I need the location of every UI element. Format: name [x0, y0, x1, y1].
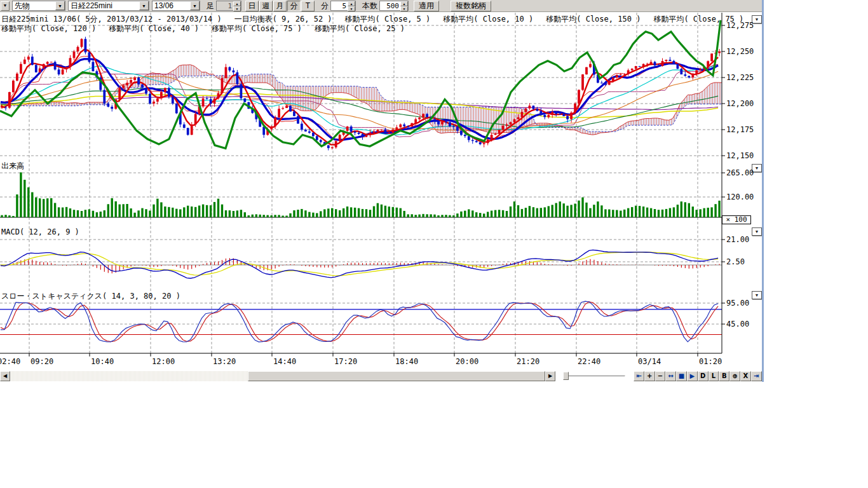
time-tick-label: 21:20 [517, 357, 539, 366]
price-axis-label: 12,175 [726, 125, 754, 134]
collapsed-toolbar-button[interactable]: ▼ [1, 1, 10, 11]
nav-b-button[interactable]: B [719, 371, 729, 381]
nav-zoom-out-button[interactable]: − [655, 371, 666, 381]
spin-up-icon: ▲ [233, 1, 241, 6]
time-axis-labels: 02:4009:2010:4012:0013:2014:4017:2018:40… [0, 356, 722, 366]
chart-nav-buttons: ⇤+−↔■▶DLB⊕X⇥ [634, 371, 762, 381]
time-tick-label: 14:40 [273, 357, 296, 366]
spin-down-icon: ▼ [400, 6, 408, 11]
period-month-button[interactable]: 月 [273, 1, 287, 11]
contract-month-select[interactable]: 13/06 ▼ [152, 1, 200, 11]
time-tick-label: 18:40 [395, 357, 418, 366]
chevron-down-icon: ▼ [55, 1, 65, 10]
horizontal-scrollbar-track[interactable] [10, 371, 545, 381]
bar-count-stepper[interactable]: 500 ▲▼ [379, 1, 409, 11]
chevron-down-icon: ▼ [190, 1, 200, 10]
stochastics-pane-menu-button[interactable]: ▼ [752, 291, 762, 299]
chevron-down-icon: ▼ [755, 17, 759, 22]
volume-pane-title: 出来高 [1, 161, 24, 172]
period-week-button[interactable]: 週 [259, 1, 273, 11]
volume-multiplier-badge: × 100 [722, 215, 751, 224]
apply-button[interactable]: 適用 [414, 1, 439, 11]
spin-up-icon: ▲ [400, 1, 408, 6]
time-tick-label: 12:00 [152, 357, 175, 366]
contract-month-value: 13/06 [153, 1, 175, 10]
nav-zoom-in-button[interactable]: + [644, 371, 655, 381]
instrument-type-value: 先物 [13, 1, 32, 11]
nav-jump-start-button[interactable]: ⇤ [634, 371, 644, 381]
spin-down-icon: ▼ [348, 6, 355, 11]
minute-stepper[interactable]: 5 ▲▼ [330, 1, 356, 11]
chevron-down-icon: ▼ [755, 229, 759, 234]
chart-region: 日経225mini 13/06( 5分, 2013/03/12 - 2013/0… [0, 13, 762, 383]
bar-count-value: 500 [380, 1, 400, 10]
bar-interval-value: 1 [217, 1, 233, 10]
symbol-select[interactable]: 日経225mini ▼ [68, 1, 149, 11]
time-tick-label: 02:40 [0, 357, 20, 366]
price-axis-label: 12,250 [726, 47, 754, 56]
stoch-axis-label: 45.00 [726, 320, 749, 329]
arrow-right-icon: ▶ [548, 373, 552, 379]
nav-l-button[interactable]: L [709, 371, 719, 381]
volume-axis-label: 120.00 [726, 193, 754, 201]
chevron-down-icon: ▼ [755, 166, 759, 170]
indicator-legend: 移動平均( Close, 25 ) [315, 24, 405, 33]
scroll-left-button[interactable]: ◀ [0, 371, 10, 381]
chevron-down-icon: ▼ [3, 3, 8, 8]
time-tick-label: 22:40 [578, 357, 600, 366]
price-axis-label: 12,200 [726, 99, 754, 108]
bar-type-label: 足 [207, 1, 214, 11]
indicator-legend: 日経225mini 13/06( 5分, 2013/03/12 - 2013/0… [1, 15, 222, 24]
nav-x-button[interactable]: X [740, 371, 751, 381]
volume-axis-label: 265.00 [726, 168, 754, 177]
chart-application-window: ▼ 先物 ▼ 日経225mini ▼ 13/06 ▼ 足 1 ▲▼ 日 週 月 … [0, 0, 868, 488]
zoom-slider-groove [566, 376, 625, 377]
spin-down-icon: ▼ [233, 6, 241, 11]
indicator-legend: 移動平均( Close, 120 ) [1, 24, 96, 33]
chart-plot-area[interactable] [0, 13, 762, 383]
spinner-arrows[interactable]: ▲▼ [348, 1, 355, 10]
zoom-slider-thumb[interactable] [563, 372, 569, 380]
indicator-legend: 移動平均( Close, 5 ) [345, 15, 431, 24]
spinner-arrows[interactable]: ▲▼ [400, 1, 408, 10]
nav-stop-button[interactable]: ■ [676, 371, 687, 381]
period-minute-button[interactable]: 分 [287, 1, 301, 11]
time-tick-label: 13:20 [213, 357, 236, 366]
nav-jump-end-button[interactable]: ⇥ [751, 371, 762, 381]
arrow-left-icon: ◀ [3, 373, 7, 379]
indicator-legend: 移動平均( Close, 75 ) [212, 24, 302, 33]
price-axis-label: 12,275 [726, 21, 754, 30]
time-tick-label: 10:40 [91, 357, 114, 366]
stoch-axis-label: 95.00 [726, 299, 749, 308]
price-axis-label: 12,225 [726, 73, 754, 82]
minute-value: 5 [331, 1, 348, 10]
minute-label: 分 [321, 1, 329, 11]
nav-target-button[interactable]: ⊕ [729, 371, 740, 381]
macd-pane-menu-button[interactable]: ▼ [752, 227, 762, 236]
scroll-right-button[interactable]: ▶ [545, 371, 555, 381]
zoom-slider[interactable] [562, 371, 629, 381]
indicator-legend: 移動平均( Close, 40 ) [109, 24, 199, 33]
period-day-button[interactable]: 日 [245, 1, 259, 11]
indicator-legend: 移動平均( Close, 150 ) [546, 15, 641, 24]
indicator-legend: 移動平均( Close, 10 ) [443, 15, 533, 24]
nav-play-button[interactable]: ▶ [687, 371, 698, 381]
chart-header-line2: 移動平均( Close, 120 )移動平均( Close, 40 )移動平均(… [1, 24, 417, 34]
spin-up-icon: ▲ [348, 1, 355, 6]
instrument-type-select[interactable]: 先物 ▼ [12, 1, 65, 11]
macd-axis-label: 21.00 [726, 235, 749, 244]
horizontal-scrollbar-thumb[interactable] [248, 371, 545, 381]
spinner-arrows[interactable]: ▲▼ [233, 1, 241, 10]
period-tick-button[interactable]: T [301, 1, 315, 11]
bar-count-label: 本数 [362, 1, 377, 11]
time-tick-label: 09:20 [31, 357, 53, 366]
multi-symbol-button[interactable]: 複数銘柄 [451, 1, 491, 11]
chevron-down-icon: ▼ [139, 1, 149, 10]
nav-fit-button[interactable]: ↔ [665, 371, 676, 381]
bar-interval-stepper[interactable]: 1 ▲▼ [216, 1, 241, 11]
nav-d-button[interactable]: D [698, 371, 709, 381]
toolbar: ▼ 先物 ▼ 日経225mini ▼ 13/06 ▼ 足 1 ▲▼ 日 週 月 … [0, 0, 762, 12]
price-axis-label: 12,150 [726, 151, 754, 160]
macd-axis-label: 2.50 [726, 257, 745, 266]
symbol-value: 日経225mini [69, 1, 114, 11]
